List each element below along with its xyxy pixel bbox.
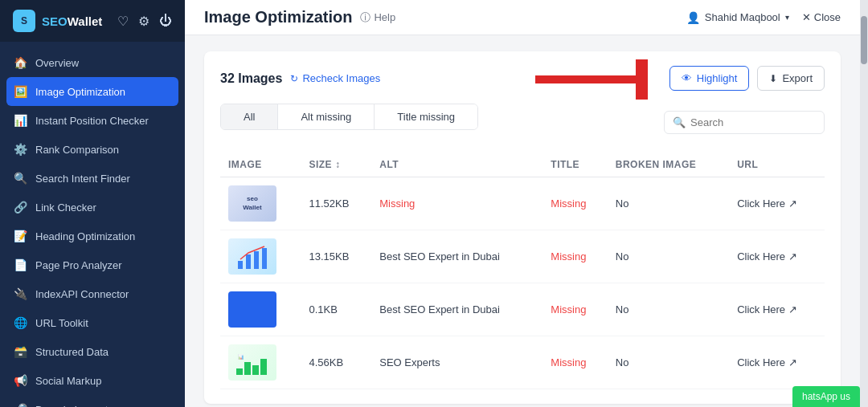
cell-url[interactable]: Click Here ↗ — [729, 230, 825, 283]
cell-image — [220, 283, 301, 336]
svg-rect-5 — [262, 248, 267, 269]
svg-rect-6 — [236, 368, 243, 375]
search-icon: 🔍 — [673, 116, 686, 128]
images-count-area: 32 Images ↻ Recheck Images — [220, 71, 380, 86]
circle-question-icon: ⓘ — [360, 10, 371, 25]
sidebar-item-label: Image Optimization — [35, 86, 125, 98]
col-alt: ALT — [371, 153, 542, 177]
whatsapp-float[interactable]: hatsApp us — [792, 386, 860, 407]
cell-alt: SEO Experts — [371, 336, 542, 389]
close-button[interactable]: ✕ Close — [802, 11, 841, 23]
heading-optimization-icon: 📝 — [13, 229, 27, 243]
refresh-icon: ↻ — [290, 73, 298, 84]
url-link[interactable]: Click Here ↗ — [737, 250, 817, 263]
cell-image — [220, 230, 301, 283]
gear-icon[interactable]: ⚙ — [138, 14, 149, 29]
sidebar-item-label: Instant Position Checker — [35, 115, 149, 127]
image-thumb: 📊 — [228, 344, 276, 381]
export-button[interactable]: ⬇ Export — [757, 66, 825, 91]
logo: S — [13, 10, 35, 32]
sidebar-item-heading-optimization[interactable]: 📝Heading Optimization — [0, 222, 185, 250]
sidebar-item-indexapi-connector[interactable]: 🔌IndexAPI Connector — [0, 279, 185, 308]
cell-image: 📊 — [220, 336, 301, 389]
search-input[interactable] — [690, 116, 816, 128]
table-row: 13.15KB Best SEO Expert in Dubai Missing… — [220, 230, 825, 283]
cell-broken: No — [608, 230, 729, 283]
cell-size: 0.1KB — [301, 283, 372, 336]
sidebar-nav: 🏠Overview🖼️Image Optimization📊Instant Po… — [0, 42, 185, 407]
tab-alt-missing[interactable]: Alt missing — [278, 104, 375, 129]
svg-rect-7 — [244, 362, 251, 375]
svg-rect-3 — [246, 254, 251, 269]
cell-title: Missing — [542, 177, 608, 230]
sidebar-item-label: IndexAPI Connector — [35, 288, 129, 300]
highlight-button[interactable]: 👁 Highlight — [669, 66, 750, 91]
url-link[interactable]: Click Here ↗ — [737, 303, 817, 315]
sort-icon: ↕ — [335, 159, 340, 170]
main-header: Image Optimization ⓘ Help 👤 Shahid Maqbo… — [185, 0, 860, 35]
power-icon[interactable]: ⏻ — [159, 14, 172, 28]
cell-broken: No — [608, 177, 729, 230]
content-area: 32 Images ↻ Recheck Images — [185, 35, 860, 407]
sidebar-header: S SEOWallet ♡ ⚙ ⏻ — [0, 0, 185, 42]
scrollbar[interactable] — [860, 0, 868, 407]
structured-data-icon: 🗃️ — [13, 344, 27, 359]
sidebar-item-url-toolkit[interactable]: 🌐URL Toolkit — [0, 308, 185, 337]
overview-icon: 🏠 — [13, 55, 27, 70]
scroll-thumb[interactable] — [861, 16, 867, 64]
url-link[interactable]: Click Here ↗ — [737, 356, 817, 368]
sidebar-item-image-optimization[interactable]: 🖼️Image Optimization — [6, 77, 178, 106]
col-size[interactable]: SIZE ↕ — [301, 153, 372, 177]
col-title: TITLE — [542, 153, 608, 177]
sidebar-item-page-pro-analyzer[interactable]: 📄Page Pro Analyzer — [0, 250, 185, 279]
sidebar-item-social-markup[interactable]: 📢Social Markup — [0, 366, 185, 395]
help-link[interactable]: ⓘ Help — [360, 10, 395, 25]
search-box[interactable]: 🔍 — [664, 111, 825, 134]
cell-broken: No — [608, 336, 729, 389]
cell-title: Missing — [542, 283, 608, 336]
sidebar-item-instant-position-checker[interactable]: 📊Instant Position Checker — [0, 106, 185, 135]
image-optimization-icon: 🖼️ — [13, 84, 27, 99]
svg-text:📊: 📊 — [238, 354, 244, 360]
table-row: seoWallet 11.52KB Missing Missing No Cli… — [220, 177, 825, 230]
sidebar-item-rank-comparison[interactable]: ⚙️Rank Comparison — [0, 135, 185, 164]
image-thumb: seoWallet — [228, 185, 276, 222]
sidebar-item-structured-data[interactable]: 🗃️Structured Data — [0, 337, 185, 366]
search-intent-finder-icon: 🔍 — [13, 171, 27, 185]
title-missing-badge: Missing — [551, 250, 586, 263]
cell-size: 11.52KB — [301, 177, 372, 230]
image-thumb — [228, 291, 276, 328]
user-avatar-icon: 👤 — [686, 11, 700, 24]
sidebar-item-search-intent-finder[interactable]: 🔍Search Intent Finder — [0, 164, 185, 193]
page-pro-analyzer-icon: 📄 — [13, 258, 27, 272]
images-count-label: 32 Images — [220, 71, 282, 86]
sidebar-item-label: Domain Inspector — [35, 404, 117, 408]
col-url: URL — [729, 153, 825, 177]
tab-all[interactable]: All — [221, 104, 278, 129]
content-toolbar: 32 Images ↻ Recheck Images — [220, 66, 825, 91]
sidebar: S SEOWallet ♡ ⚙ ⏻ 🏠Overview🖼️Image Optim… — [0, 0, 185, 407]
eye-icon: 👁 — [682, 72, 692, 84]
title-missing-badge: Missing — [551, 197, 586, 210]
svg-rect-2 — [238, 261, 243, 269]
sidebar-item-label: Page Pro Analyzer — [35, 259, 122, 271]
cell-url[interactable]: Click Here ↗ — [729, 336, 825, 389]
toolbar-right: 👁 Highlight ⬇ Export — [669, 66, 825, 91]
chevron-down-icon[interactable]: ▾ — [785, 13, 789, 22]
indexapi-connector-icon: 🔌 — [13, 287, 27, 301]
arrow-indicator — [535, 59, 648, 100]
cell-url[interactable]: Click Here ↗ — [729, 177, 825, 230]
sidebar-item-overview[interactable]: 🏠Overview — [0, 48, 185, 77]
heart-icon[interactable]: ♡ — [117, 14, 129, 29]
url-link[interactable]: Click Here ↗ — [737, 197, 817, 210]
sidebar-item-link-checker[interactable]: 🔗Link Checker — [0, 193, 185, 222]
sidebar-item-label: Structured Data — [35, 346, 108, 358]
cell-size: 13.15KB — [301, 230, 372, 283]
table-row: 0.1KB Best SEO Expert in Dubai Missing N… — [220, 283, 825, 336]
recheck-button[interactable]: ↻ Recheck Images — [290, 72, 380, 84]
tab-title-missing[interactable]: Title missing — [375, 104, 477, 129]
sidebar-item-domain-inspector[interactable]: 🔎Domain Inspector — [0, 395, 185, 407]
sidebar-item-label: Social Markup — [35, 375, 101, 387]
tabs-search-row: All Alt missing Title missing 🔍 — [220, 104, 825, 141]
cell-url[interactable]: Click Here ↗ — [729, 283, 825, 336]
